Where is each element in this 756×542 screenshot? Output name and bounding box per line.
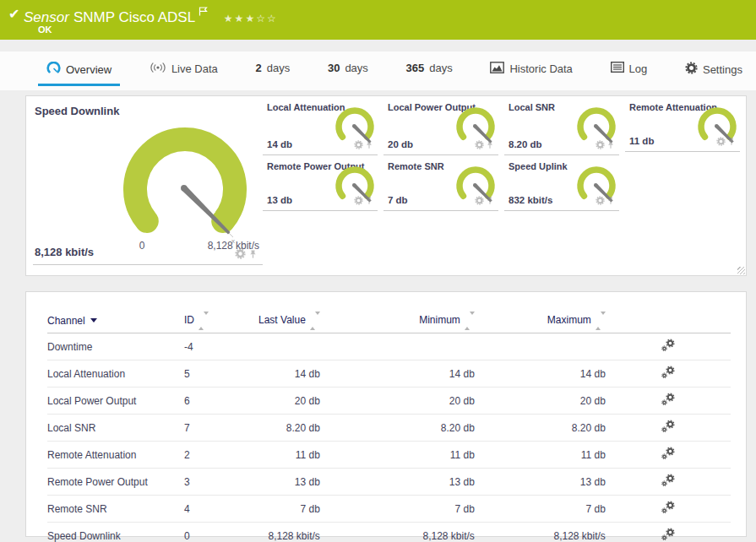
cell-last-value: 13 db (258, 469, 320, 496)
flag-icon[interactable] (199, 3, 208, 19)
cell-minimum (320, 333, 475, 360)
column-header-channel[interactable]: Channel (47, 309, 184, 333)
cell-minimum: 11 db (320, 442, 475, 469)
sensor-name: SNMP Cisco ADSL (73, 9, 195, 25)
star-icon[interactable]: ☆ (256, 13, 267, 24)
tab-overview[interactable]: Overview (38, 62, 120, 86)
channel-row[interactable]: Local Power Output 6 20 db 20 db 20 db (47, 388, 731, 415)
sort-icon (596, 315, 606, 327)
channel-settings-gears-icon[interactable] (661, 528, 676, 542)
pin-icon[interactable] (727, 134, 736, 149)
speed-downlink-gauge-panel: Speed Downlink x 0 8,128 kbit/s 8,128 kb… (26, 96, 263, 265)
mini-gauge-panel: Speed Uplink 832 kbit/s (504, 155, 625, 211)
channel-row[interactable]: Downtime -4 (47, 333, 731, 360)
column-header-maximum[interactable]: Maximum (475, 309, 606, 333)
gear-icon[interactable] (354, 138, 363, 153)
gauge-icon (46, 62, 61, 77)
column-header-last-value[interactable]: Last Value (258, 309, 320, 333)
star-icon[interactable]: ★ (245, 13, 256, 24)
channel-row[interactable]: Local Attenuation 5 14 db 14 db 14 db (47, 360, 731, 388)
channel-settings-gears-icon[interactable] (661, 393, 676, 409)
pin-icon[interactable] (606, 138, 615, 153)
cell-maximum: 8.20 db (475, 415, 606, 442)
tab-live-data[interactable]: Live Data (141, 62, 226, 85)
cell-id: -4 (184, 333, 258, 360)
channel-settings-gears-icon[interactable] (661, 447, 676, 463)
tab-settings[interactable]: Settings (677, 62, 751, 86)
pin-icon[interactable] (365, 138, 373, 153)
channel-settings-gears-icon[interactable] (661, 366, 676, 382)
tab-historic-data[interactable]: Historic Data (481, 62, 580, 85)
mini-gauges-grid: Local Attenuation 14 db Local Power Outp… (263, 96, 746, 211)
cell-channel: Speed Downlink (47, 523, 184, 542)
broadcast-icon (150, 62, 166, 76)
tab-30-days[interactable]: 30 days (319, 62, 377, 84)
pin-icon[interactable] (365, 193, 373, 209)
sort-icon (465, 315, 475, 327)
cell-channel: Remote SNR (47, 496, 184, 523)
channel-settings-gears-icon[interactable] (661, 501, 676, 517)
column-header-id[interactable]: ID (184, 309, 258, 333)
cell-channel: Local Attenuation (47, 360, 184, 388)
speed-downlink-gauge: x (117, 122, 253, 257)
star-icon[interactable]: ☆ (267, 13, 278, 24)
pin-icon[interactable] (486, 138, 494, 153)
mini-gauge-panel: Remote Attenuation 11 db (625, 96, 746, 152)
channel-settings-gears-icon[interactable] (661, 474, 676, 490)
gear-icon (685, 62, 698, 77)
channel-row[interactable]: Remote Power Output 3 13 db 13 db 13 db (47, 469, 731, 496)
object-type-label: Sensor (24, 9, 69, 25)
cell-last-value: 8,128 kbit/s (258, 523, 320, 542)
pin-icon[interactable] (606, 193, 615, 209)
gear-icon[interactable] (235, 247, 246, 263)
cell-id: 4 (184, 496, 258, 523)
channel-last-value: 13 db (267, 195, 292, 205)
channel-settings-gears-icon[interactable] (661, 420, 676, 436)
channel-row[interactable]: Speed Downlink 0 8,128 kbit/s 8,128 kbit… (47, 523, 731, 542)
cell-minimum: 13 db (320, 469, 475, 496)
cell-last-value: 7 db (258, 496, 320, 523)
column-header-minimum[interactable]: Minimum (320, 309, 475, 333)
cell-last-value: 11 db (258, 442, 320, 469)
gear-icon[interactable] (475, 138, 484, 153)
gear-icon[interactable] (596, 138, 605, 153)
tab-2-days[interactable]: 2 days (247, 62, 299, 84)
channel-row[interactable]: Remote SNR 4 7 db 7 db 7 db (47, 496, 731, 523)
priority-stars[interactable]: ★★★☆☆ (224, 13, 278, 24)
tab-log[interactable]: Log (602, 62, 656, 84)
cell-channel: Downtime (47, 333, 184, 360)
channel-settings-gears-icon[interactable] (661, 339, 676, 355)
gear-icon[interactable] (716, 134, 726, 149)
channel-title: Speed Uplink (509, 161, 568, 171)
channels-table: Channel ID Last Value Minimum Maximum Do… (47, 309, 731, 542)
channel-title: Local SNR (509, 102, 555, 112)
channel-title: Remote SNR (388, 161, 444, 171)
channel-row[interactable]: Local SNR 7 8.20 db 8.20 db 8.20 db (47, 415, 731, 442)
cell-maximum: 7 db (475, 496, 606, 523)
table-header-row: Channel ID Last Value Minimum Maximum (47, 309, 731, 333)
channel-row[interactable]: Remote Attenuation 2 11 db 11 db 11 db (47, 442, 731, 469)
sensor-status-header: ✔ SensorSNMP Cisco ADSL ★★★☆☆ OK (0, 0, 756, 40)
pin-icon[interactable] (486, 193, 494, 209)
area-chart-icon (490, 62, 504, 76)
cell-id: 7 (184, 415, 258, 442)
cell-last-value: 14 db (258, 360, 320, 388)
gear-icon[interactable] (475, 193, 484, 209)
cell-channel: Local Power Output (47, 388, 184, 415)
channels-table-panel: Channel ID Last Value Minimum Maximum Do… (25, 291, 747, 537)
cell-maximum: 20 db (475, 388, 606, 415)
cell-id: 3 (184, 469, 258, 496)
channel-last-value: 8.20 db (509, 139, 542, 149)
gear-icon[interactable] (596, 193, 605, 209)
resize-handle[interactable] (737, 267, 745, 274)
star-icon[interactable]: ★ (224, 13, 235, 24)
channel-last-value: 20 db (388, 139, 413, 149)
channel-last-value: 8,128 kbit/s (35, 246, 94, 258)
tab-365-days[interactable]: 365 days (398, 62, 461, 84)
pin-icon[interactable] (248, 247, 258, 263)
status-badge: OK (38, 24, 52, 35)
star-icon[interactable]: ★ (235, 13, 246, 24)
gear-icon[interactable] (354, 193, 363, 209)
cell-maximum: 14 db (475, 360, 606, 388)
cell-channel: Remote Attenuation (47, 442, 184, 469)
